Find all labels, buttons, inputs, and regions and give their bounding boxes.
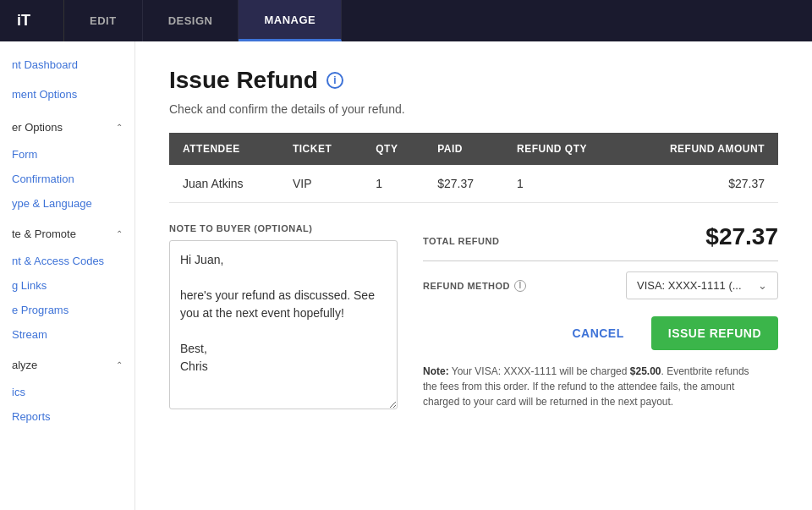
table-row: Juan Atkins VIP 1 $27.37 1 $27.37 xyxy=(169,165,778,203)
refund-table: ATTENDEE TICKET QTY PAID REFUND QTY REFU… xyxy=(169,133,778,203)
note-section: NOTE TO BUYER (OPTIONAL) Hi Juan, here's… xyxy=(169,223,398,412)
layout: nt Dashboard ment Options er Options ⌃ F… xyxy=(0,41,812,510)
cell-ticket: VIP xyxy=(279,165,362,203)
refund-method-select[interactable]: VISA: XXXX-1111 (... ⌄ xyxy=(626,271,778,299)
tab-design[interactable]: DESIGN xyxy=(143,0,239,41)
refund-method-row: REFUND METHOD i VISA: XXXX-1111 (... ⌄ xyxy=(423,271,778,299)
refund-method-label: REFUND METHOD i xyxy=(423,280,526,292)
issue-refund-button[interactable]: ISSUE REFUND xyxy=(651,316,778,350)
page-title-row: Issue Refund i xyxy=(169,67,778,94)
sidebar-item-analytics[interactable]: ics xyxy=(0,380,134,404)
chevron-up-icon-3: ⌃ xyxy=(116,360,123,370)
divider xyxy=(423,260,778,261)
cell-qty: 1 xyxy=(362,165,424,203)
total-refund-row: TOTAL REFUND $27.37 xyxy=(423,223,778,250)
sidebar-item-reports[interactable]: Reports xyxy=(0,404,134,429)
sidebar-item-type-language[interactable]: ype & Language xyxy=(0,191,134,216)
col-refund-qty: REFUND QTY xyxy=(503,133,625,165)
form-area: NOTE TO BUYER (OPTIONAL) Hi Juan, here's… xyxy=(169,223,778,412)
tab-edit[interactable]: EDIT xyxy=(64,0,143,41)
sidebar-item-payment-options[interactable]: ment Options xyxy=(0,80,134,109)
logo: iT xyxy=(0,0,64,41)
sidebar-item-dashboard[interactable]: nt Dashboard xyxy=(0,50,134,80)
cell-refund-amount: $27.37 xyxy=(625,165,778,203)
col-paid: PAID xyxy=(424,133,503,165)
sidebar-section-registration[interactable]: er Options ⌃ xyxy=(0,112,134,142)
sidebar-item-confirmation[interactable]: Confirmation xyxy=(0,167,134,191)
sidebar-item-programs[interactable]: e Programs xyxy=(0,298,134,322)
cell-paid: $27.37 xyxy=(424,165,503,203)
info-icon[interactable]: i xyxy=(326,72,343,89)
sidebar-item-form[interactable]: Form xyxy=(0,142,134,167)
page-subtitle: Check and confirm the details of your re… xyxy=(169,102,778,116)
main-content: Issue Refund i Check and confirm the det… xyxy=(135,41,812,510)
page-title: Issue Refund xyxy=(169,67,318,94)
chevron-up-icon-2: ⌃ xyxy=(116,229,123,239)
refund-section: TOTAL REFUND $27.37 REFUND METHOD i VISA… xyxy=(423,223,778,412)
sidebar-section-analyze[interactable]: alyze ⌃ xyxy=(0,350,134,380)
cell-attendee: Juan Atkins xyxy=(169,165,279,203)
chevron-down-icon: ⌄ xyxy=(758,279,767,292)
top-nav: iT EDIT DESIGN MANAGE xyxy=(0,0,812,41)
col-attendee: ATTENDEE xyxy=(169,133,279,165)
note-label: NOTE TO BUYER (OPTIONAL) xyxy=(169,223,398,233)
refund-note-text: Note: Your VISA: XXXX-1111 will be charg… xyxy=(423,364,761,409)
sidebar-item-access-codes[interactable]: nt & Access Codes xyxy=(0,249,134,273)
action-buttons: CANCEL ISSUE REFUND xyxy=(423,316,778,350)
table-header-row: ATTENDEE TICKET QTY PAID REFUND QTY REFU… xyxy=(169,133,778,165)
col-refund-amount: REFUND AMOUNT xyxy=(625,133,778,165)
note-textarea[interactable]: Hi Juan, here's your refund as discussed… xyxy=(169,240,398,409)
total-refund-amount: $27.37 xyxy=(705,223,778,250)
sidebar: nt Dashboard ment Options er Options ⌃ F… xyxy=(0,41,135,510)
cancel-button[interactable]: CANCEL xyxy=(555,316,640,350)
col-qty: QTY xyxy=(362,133,424,165)
sidebar-item-stream[interactable]: Stream xyxy=(0,322,134,347)
refund-method-info-icon[interactable]: i xyxy=(514,280,526,292)
sidebar-item-links[interactable]: g Links xyxy=(0,273,134,298)
tab-manage[interactable]: MANAGE xyxy=(239,0,342,41)
cell-refund-qty: 1 xyxy=(503,165,625,203)
sidebar-section-promote[interactable]: te & Promote ⌃ xyxy=(0,219,134,249)
chevron-up-icon: ⌃ xyxy=(116,123,123,132)
total-refund-label: TOTAL REFUND xyxy=(423,236,499,246)
col-ticket: TICKET xyxy=(279,133,362,165)
